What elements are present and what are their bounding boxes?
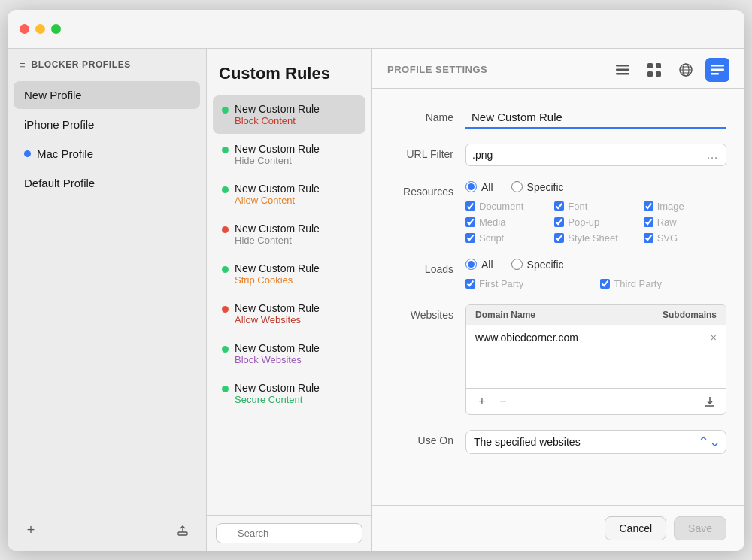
loads-label: Loads xyxy=(390,259,465,275)
document-checkbox[interactable] xyxy=(465,201,475,211)
sidebar-item-label: Default Profile xyxy=(24,177,95,189)
resource-document[interactable]: Document xyxy=(465,201,548,212)
loads-all-radio[interactable] xyxy=(465,259,477,270)
rule-item-allow-websites[interactable]: New Custom Rule Allow Websites xyxy=(213,295,365,333)
image-label: Image xyxy=(657,201,684,212)
resource-media[interactable]: Media xyxy=(465,216,548,228)
add-domain-button[interactable]: + xyxy=(474,393,490,410)
font-checkbox[interactable] xyxy=(554,201,564,211)
svg-checkbox[interactable] xyxy=(644,233,653,243)
rule-item-allow-content[interactable]: New Custom Rule Allow Content xyxy=(213,175,365,213)
loads-first-party[interactable]: First Party xyxy=(465,278,588,289)
font-label: Font xyxy=(568,201,587,212)
rule-item-hide-content-1[interactable]: New Custom Rule Hide Content xyxy=(213,135,365,174)
cancel-button[interactable]: Cancel xyxy=(605,516,666,540)
search-input[interactable] xyxy=(216,523,362,543)
third-party-checkbox[interactable] xyxy=(600,279,610,289)
raw-checkbox[interactable] xyxy=(644,217,653,227)
rule-item-block-websites[interactable]: New Custom Rule Block Websites xyxy=(213,334,365,373)
rule-item-block-content[interactable]: New Custom Rule Block Content xyxy=(213,95,365,134)
rule-item-secure-content[interactable]: New Custom Rule Secure Content xyxy=(213,374,365,413)
import-button[interactable] xyxy=(702,393,718,410)
loads-row: Loads All Specific xyxy=(390,259,726,289)
rule-name: New Custom Rule xyxy=(235,342,320,354)
popup-checkbox[interactable] xyxy=(554,217,564,227)
media-checkbox[interactable] xyxy=(465,217,475,227)
resources-specific-label[interactable]: Specific xyxy=(511,181,564,193)
maximize-button[interactable] xyxy=(51,24,61,34)
rule-dot xyxy=(222,186,229,193)
sidebar-item-new-profile[interactable]: New Profile xyxy=(14,81,200,109)
share-icon xyxy=(177,525,189,537)
sidebar-title: BLOCKER PROFILES xyxy=(32,59,131,70)
loads-specific-radio[interactable] xyxy=(511,259,523,270)
profile-dot xyxy=(24,150,31,157)
loads-all-label[interactable]: All xyxy=(465,259,493,271)
resource-script[interactable]: Script xyxy=(465,232,548,244)
sidebar-item-iphone-profile[interactable]: iPhone Profile xyxy=(14,110,200,138)
url-filter-input[interactable] xyxy=(472,149,705,161)
resource-popup[interactable]: Pop-up xyxy=(554,216,637,228)
svg-rect-8 xyxy=(656,71,661,77)
url-input-wrapper: … xyxy=(465,144,726,166)
resource-svg[interactable]: SVG xyxy=(644,232,726,244)
svg-rect-16 xyxy=(711,73,719,75)
use-on-select[interactable]: The specified websites All websites No w… xyxy=(465,430,726,454)
resources-specific-radio[interactable] xyxy=(511,181,523,192)
resources-radio-row: All Specific xyxy=(465,181,726,193)
right-content: Name URL Filter … xyxy=(372,89,744,505)
rule-name: New Custom Rule xyxy=(235,302,320,314)
domain-value: www.obiedcorner.com xyxy=(475,331,711,344)
rule-dot xyxy=(222,306,229,313)
loads-third-party[interactable]: Third Party xyxy=(600,278,726,289)
rule-item-strip-cookies[interactable]: New Custom Rule Strip Cookies xyxy=(213,255,365,293)
resource-raw[interactable]: Raw xyxy=(644,216,726,228)
remove-domain-button[interactable]: × xyxy=(711,331,717,344)
app-window: ≡ BLOCKER PROFILES New Profile iPhone Pr… xyxy=(8,10,744,551)
share-button[interactable] xyxy=(171,519,194,542)
loads-specific-label[interactable]: Specific xyxy=(511,259,564,271)
close-button[interactable] xyxy=(20,24,29,34)
resources-all-label[interactable]: All xyxy=(465,181,493,193)
rule-text: New Custom Rule Block Websites xyxy=(235,342,320,365)
grid-view-button[interactable] xyxy=(642,58,666,82)
globe-button[interactable] xyxy=(674,58,698,82)
list-view-button[interactable] xyxy=(611,58,635,82)
rule-dot xyxy=(222,147,229,153)
name-input[interactable] xyxy=(465,107,726,129)
script-checkbox[interactable] xyxy=(465,233,475,243)
svg-rect-15 xyxy=(711,68,724,71)
subdomains-col: Subdomains xyxy=(596,310,717,320)
first-party-label: First Party xyxy=(479,278,523,289)
resource-image[interactable]: Image xyxy=(644,201,726,212)
resource-font[interactable]: Font xyxy=(554,201,637,212)
raw-label: Raw xyxy=(657,216,677,228)
stylesheet-checkbox[interactable] xyxy=(554,233,564,243)
resource-stylesheet[interactable]: Style Sheet xyxy=(554,232,637,244)
use-on-label: Use On xyxy=(390,430,465,446)
save-button[interactable]: Save xyxy=(674,516,726,540)
rule-item-hide-content-2[interactable]: New Custom Rule Hide Content xyxy=(213,215,365,253)
menu-icon: ≡ xyxy=(20,59,26,71)
websites-table-row: www.obiedcorner.com × xyxy=(466,325,726,350)
stylesheet-label: Style Sheet xyxy=(568,232,618,244)
add-profile-button[interactable]: + xyxy=(20,519,42,542)
minimize-button[interactable] xyxy=(35,24,45,34)
remove-selected-button[interactable]: − xyxy=(495,393,511,410)
rule-name: New Custom Rule xyxy=(235,262,320,274)
image-checkbox[interactable] xyxy=(644,201,653,211)
sidebar-item-mac-profile[interactable]: Mac Profile xyxy=(14,140,200,168)
sidebar-item-default-profile[interactable]: Default Profile xyxy=(14,169,200,197)
document-label: Document xyxy=(479,201,523,212)
rule-type: Block Websites xyxy=(235,354,320,365)
name-label: Name xyxy=(390,107,465,123)
profile-settings-label: PROFILE SETTINGS xyxy=(387,64,487,75)
url-options-button[interactable]: … xyxy=(705,148,720,162)
first-party-checkbox[interactable] xyxy=(465,279,475,289)
detail-view-button[interactable] xyxy=(705,58,729,82)
resources-all-radio[interactable] xyxy=(465,181,477,192)
websites-table: Domain Name Subdomains www.obiedcorner.c… xyxy=(465,304,726,415)
middle-panel: Custom Rules New Custom Rule Block Conte… xyxy=(207,49,372,551)
right-footer: Cancel Save xyxy=(372,505,744,551)
script-label: Script xyxy=(479,232,504,244)
